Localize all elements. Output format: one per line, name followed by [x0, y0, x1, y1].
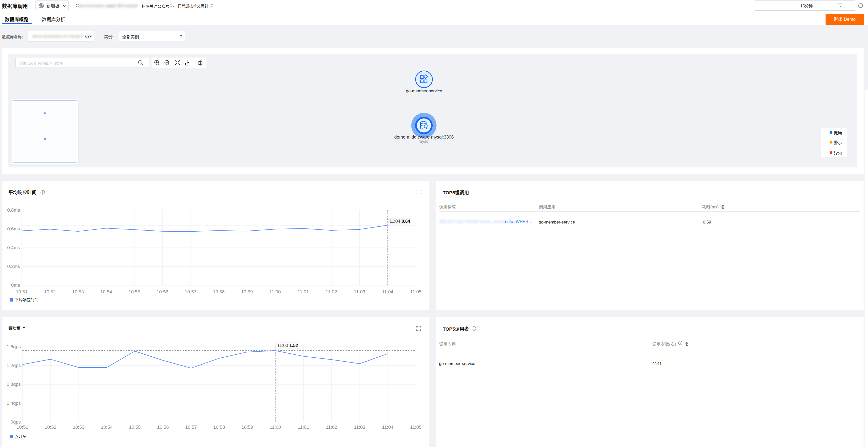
svg-text:10:58: 10:58 [213, 424, 225, 430]
svg-text:10:56: 10:56 [157, 424, 169, 430]
svg-text:10:56: 10:56 [157, 289, 168, 294]
svg-text:0.64: 0.64 [402, 219, 410, 224]
svg-text:11:02: 11:02 [326, 289, 337, 294]
svg-text:11:00: 11:00 [277, 343, 288, 348]
svg-text:10:57: 10:57 [185, 289, 197, 294]
svg-text:10:51: 10:51 [16, 289, 28, 294]
svg-text:10:54: 10:54 [101, 424, 113, 430]
svg-text:10:52: 10:52 [44, 289, 56, 294]
svg-text:0.6ms: 0.6ms [7, 226, 20, 231]
svg-text:10:57: 10:57 [185, 424, 197, 430]
svg-text:0.2ms: 0.2ms [7, 264, 20, 269]
svg-text:11:05: 11:05 [410, 424, 422, 430]
svg-text:0.4ms: 0.4ms [7, 245, 20, 250]
svg-text:吞吐量: 吞吐量 [15, 435, 27, 439]
svg-text:0ms: 0ms [11, 282, 20, 288]
svg-text:1.52: 1.52 [289, 343, 298, 348]
svg-text:10:58: 10:58 [213, 289, 225, 294]
svg-text:10:55: 10:55 [128, 289, 140, 294]
svg-text:0.8ms: 0.8ms [7, 207, 20, 213]
svg-text:10:52: 10:52 [45, 424, 57, 430]
svg-text:11:02: 11:02 [326, 424, 337, 430]
svg-text:1.2qps: 1.2qps [7, 363, 21, 368]
svg-text:10:59: 10:59 [241, 424, 253, 430]
svg-text:10:54: 10:54 [100, 289, 112, 294]
svg-text:1.6qps: 1.6qps [7, 344, 21, 349]
svg-text:0.4qps: 0.4qps [7, 400, 21, 406]
svg-text:11:05: 11:05 [410, 289, 422, 294]
svg-text:11:03: 11:03 [354, 289, 365, 294]
svg-text:11:04: 11:04 [390, 219, 400, 224]
svg-text:10:55: 10:55 [129, 424, 141, 430]
svg-text:0.8qps: 0.8qps [7, 382, 21, 387]
svg-text:10:53: 10:53 [72, 289, 84, 294]
svg-text:11:01: 11:01 [298, 424, 309, 430]
svg-text:11:01: 11:01 [298, 289, 309, 294]
svg-text:10:53: 10:53 [73, 424, 85, 430]
svg-text:11:00: 11:00 [269, 289, 281, 294]
svg-text:11:04: 11:04 [382, 424, 394, 430]
svg-text:11:03: 11:03 [354, 424, 365, 430]
svg-text:0qps: 0qps [10, 419, 21, 424]
svg-text:10:59: 10:59 [241, 289, 253, 294]
svg-text:11:04: 11:04 [382, 289, 394, 294]
svg-text:10:51: 10:51 [17, 424, 28, 430]
svg-text:11:00: 11:00 [270, 424, 281, 430]
svg-text:平均响应时间: 平均响应时间 [15, 298, 38, 302]
